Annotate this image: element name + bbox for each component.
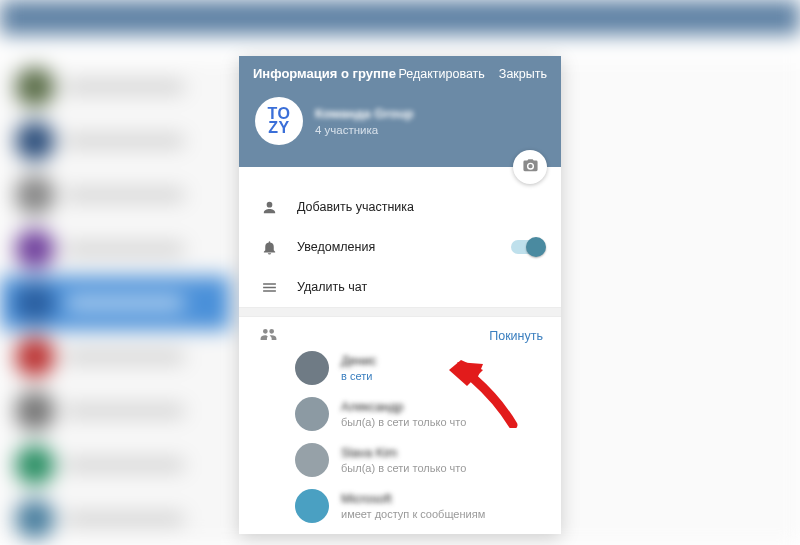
member-status: имеет доступ к сообщениям [341, 508, 485, 520]
dialog-title: Информация о группе [253, 66, 396, 81]
close-button[interactable]: Закрыть [499, 67, 547, 81]
add-member-label: Добавить участника [297, 200, 543, 214]
members-section: Покинуть Денисв сетиАлександрбыл(а) в се… [239, 317, 561, 529]
member-avatar [295, 397, 329, 431]
group-members-count: 4 участника [315, 124, 413, 136]
member-row[interactable]: Microsoftимеет доступ к сообщениям [239, 483, 561, 529]
bell-icon [259, 239, 279, 256]
member-name: Slava Kim [341, 446, 466, 460]
leave-group-link[interactable]: Покинуть [489, 329, 543, 343]
member-status: был(а) в сети только что [341, 462, 466, 474]
member-row[interactable]: Slava Kimбыл(а) в сети только что [239, 437, 561, 483]
notifications-toggle[interactable] [511, 240, 543, 254]
menu-lines-icon [259, 279, 279, 296]
dialog-header: Информация о группе Редактировать Закрыт… [239, 56, 561, 167]
delete-chat-button[interactable]: Удалить чат [239, 267, 561, 307]
member-avatar [295, 443, 329, 477]
member-name: Microsoft [341, 492, 485, 506]
section-divider [239, 307, 561, 317]
member-name: Денис [341, 354, 377, 368]
member-avatar [295, 489, 329, 523]
person-icon [259, 199, 279, 216]
member-row[interactable]: Денисв сети [239, 345, 561, 391]
change-photo-button[interactable] [513, 150, 547, 184]
group-avatar[interactable]: TO ZY [255, 97, 303, 145]
member-status: в сети [341, 370, 377, 382]
edit-button[interactable]: Редактировать [398, 67, 484, 81]
member-status: был(а) в сети только что [341, 416, 466, 428]
add-member-button[interactable]: Добавить участника [239, 187, 561, 227]
notifications-row: Уведомления [239, 227, 561, 267]
notifications-label: Уведомления [297, 240, 493, 254]
camera-icon [522, 157, 539, 178]
group-info-dialog: Информация о группе Редактировать Закрыт… [239, 56, 561, 534]
group-name: Команда Group [315, 106, 413, 121]
member-avatar [295, 351, 329, 385]
member-name: Александр [341, 400, 466, 414]
delete-chat-label: Удалить чат [297, 280, 543, 294]
people-icon [259, 325, 278, 348]
member-row[interactable]: Александрбыл(а) в сети только что [239, 391, 561, 437]
